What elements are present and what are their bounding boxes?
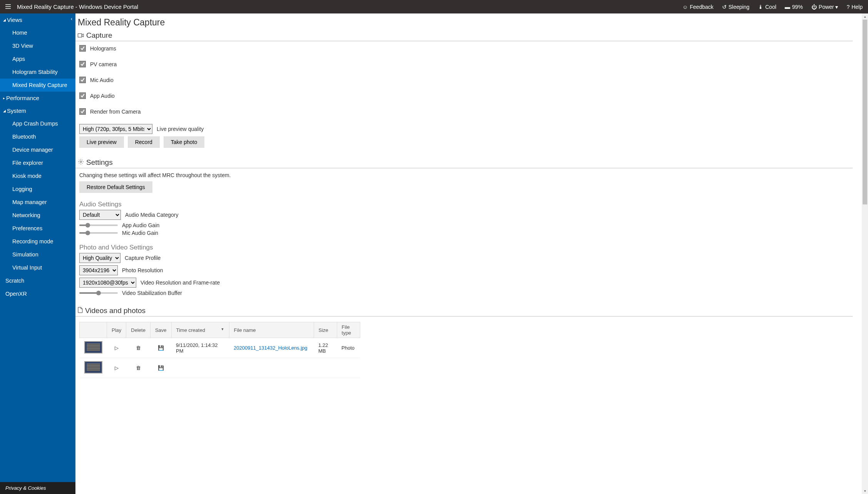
live-preview-quality-select[interactable]: High (720p, 30fps, 5 Mbits) xyxy=(79,124,152,134)
sidebar-item-app-crash-dumps[interactable]: App Crash Dumps xyxy=(0,117,75,130)
record-button[interactable]: Record xyxy=(128,136,160,148)
thumbnail xyxy=(84,341,102,353)
mic-audio-gain-slider[interactable] xyxy=(79,231,118,235)
take-photo-button[interactable]: Take photo xyxy=(164,136,205,148)
sidebar-item-simulation[interactable]: Simulation xyxy=(0,248,75,261)
photo-video-settings-header: Photo and Video Settings xyxy=(79,244,860,251)
sidebar-item-scratch[interactable]: Scratch xyxy=(0,274,75,287)
col-size[interactable]: Size xyxy=(314,322,337,338)
mic-audio-label: Mic Audio xyxy=(90,77,114,83)
sidebar-item-openxr[interactable]: OpenXR xyxy=(0,287,75,300)
thermometer-icon: 🌡 xyxy=(758,4,763,10)
pv-camera-checkbox[interactable] xyxy=(79,61,86,67)
col-time[interactable]: Time created ▼ xyxy=(171,322,229,338)
triangle-down-icon: ◢ xyxy=(3,109,6,113)
svg-point-1 xyxy=(80,161,82,162)
help-button[interactable]: ? Help xyxy=(846,4,863,10)
table-row: ▷ 🗑 💾 9/11/2020, 1:14:32 PM 20200911_131… xyxy=(80,338,360,358)
battery-status[interactable]: ▬ 99% xyxy=(785,4,803,10)
gear-icon xyxy=(78,158,84,167)
triangle-right-icon: ▸ xyxy=(3,96,5,100)
sidebar-item-hologram-stability[interactable]: Hologram Stability xyxy=(0,65,75,79)
delete-icon[interactable]: 🗑 xyxy=(126,358,151,378)
sidebar-item-recording-mode[interactable]: Recording mode xyxy=(0,235,75,248)
delete-icon[interactable]: 🗑 xyxy=(126,338,151,358)
settings-note: Changing these settings will affect MRC … xyxy=(79,172,860,178)
render-from-camera-label: Render from Camera xyxy=(90,109,141,115)
sidebar-section-views[interactable]: ◢ Views xyxy=(0,13,75,26)
col-save[interactable]: Save xyxy=(150,322,171,338)
sidebar-item-bluetooth[interactable]: Bluetooth xyxy=(0,130,75,143)
video-resolution-label: Video Resolution and Frame-rate xyxy=(140,280,220,286)
col-play[interactable]: Play xyxy=(107,322,126,338)
sidebar-item-home[interactable]: Home xyxy=(0,26,75,39)
audio-settings-header: Audio Settings xyxy=(79,201,860,208)
live-preview-quality-label: Live preview quality xyxy=(157,126,204,132)
scrollbar-thumb[interactable] xyxy=(863,20,867,204)
photo-resolution-label: Photo Resolution xyxy=(122,267,163,273)
play-icon[interactable]: ▷ xyxy=(107,338,126,358)
play-icon[interactable]: ▷ xyxy=(107,358,126,378)
top-bar: Mixed Reality Capture - Windows Device P… xyxy=(0,0,868,13)
restore-default-settings-button[interactable]: Restore Default Settings xyxy=(79,181,152,193)
videos-photos-panel: Videos and photos Play Delete Save Time … xyxy=(75,305,860,378)
scroll-down-icon[interactable]: ▾ xyxy=(862,488,868,494)
live-preview-button[interactable]: Live preview xyxy=(79,136,124,148)
privacy-cookies-link[interactable]: Privacy & Cookies xyxy=(0,482,75,494)
sidebar-item-virtual-input[interactable]: Virtual Input xyxy=(0,261,75,274)
triangle-down-icon: ◢ xyxy=(3,18,6,22)
thumbnail xyxy=(84,361,102,373)
render-from-camera-checkbox[interactable] xyxy=(79,108,86,115)
video-resolution-select[interactable]: 1920x1080@30fps xyxy=(79,278,136,288)
temperature-status[interactable]: 🌡 Cool xyxy=(758,4,776,10)
save-icon[interactable]: 💾 xyxy=(150,358,171,378)
mic-audio-checkbox[interactable] xyxy=(79,77,86,83)
save-icon[interactable]: 💾 xyxy=(150,338,171,358)
camera-icon xyxy=(78,31,84,40)
photo-resolution-select[interactable]: 3904x2196 xyxy=(79,265,118,275)
capture-profile-label: Capture Profile xyxy=(125,255,161,261)
sidebar: ‹ ◢ Views Home 3D View Apps Hologram Sta… xyxy=(0,13,75,494)
sort-down-icon: ▼ xyxy=(221,327,224,331)
collapse-sidebar-icon[interactable]: ‹ xyxy=(71,16,72,22)
sidebar-section-system[interactable]: ◢ System xyxy=(0,104,75,117)
col-filename[interactable]: File name xyxy=(229,322,314,338)
document-icon xyxy=(78,306,83,315)
files-table: Play Delete Save Time created ▼ File nam… xyxy=(79,322,360,378)
sidebar-item-file-explorer[interactable]: File explorer xyxy=(0,156,75,169)
sidebar-item-networking[interactable]: Networking xyxy=(0,209,75,222)
file-name-link[interactable]: 20200911_131432_HoloLens.jpg xyxy=(234,345,308,351)
audio-media-category-select[interactable]: Default xyxy=(79,210,121,220)
mic-audio-gain-label: Mic Audio Gain xyxy=(122,230,158,236)
sidebar-section-performance[interactable]: ▸ Performance xyxy=(0,92,75,104)
sidebar-item-mixed-reality-capture[interactable]: Mixed Reality Capture xyxy=(0,79,75,92)
sidebar-item-map-manager[interactable]: Map manager xyxy=(0,196,75,209)
capture-profile-select[interactable]: High Quality xyxy=(79,253,120,263)
file-size: 1.22 MB xyxy=(314,338,337,358)
col-filetype[interactable]: File type xyxy=(337,322,360,338)
capture-panel: Capture Holograms PV camera Mic Audio A xyxy=(75,30,860,148)
video-stabilization-slider[interactable] xyxy=(79,291,118,295)
app-audio-checkbox[interactable] xyxy=(79,92,86,99)
file-type: Photo xyxy=(337,338,360,358)
scroll-up-icon[interactable]: ▴ xyxy=(862,13,868,20)
app-audio-gain-slider[interactable] xyxy=(79,223,118,227)
sidebar-item-preferences[interactable]: Preferences xyxy=(0,222,75,235)
power-menu[interactable]: ⏻ Power ▾ xyxy=(811,4,838,10)
sleeping-status[interactable]: ↺ Sleeping xyxy=(722,4,750,10)
holograms-checkbox[interactable] xyxy=(79,45,86,52)
smile-icon: ☺ xyxy=(682,4,688,10)
settings-panel: Settings Changing these settings will af… xyxy=(75,157,860,296)
scrollbar[interactable]: ▴ ▾ xyxy=(862,13,868,494)
sidebar-item-logging[interactable]: Logging xyxy=(0,183,75,196)
col-delete[interactable]: Delete xyxy=(126,322,151,338)
main-content: ▴ ▾ Mixed Reality Capture Capture Hologr… xyxy=(75,13,868,494)
menu-icon[interactable] xyxy=(5,4,11,10)
sidebar-item-device-manager[interactable]: Device manager xyxy=(0,143,75,156)
feedback-button[interactable]: ☺ Feedback xyxy=(682,4,714,10)
sidebar-item-3d-view[interactable]: 3D View xyxy=(0,39,75,52)
sidebar-item-kiosk-mode[interactable]: Kiosk mode xyxy=(0,169,75,183)
time-created: 9/11/2020, 1:14:32 PM xyxy=(171,338,229,358)
sidebar-item-apps[interactable]: Apps xyxy=(0,52,75,65)
audio-media-category-label: Audio Media Category xyxy=(125,212,179,218)
